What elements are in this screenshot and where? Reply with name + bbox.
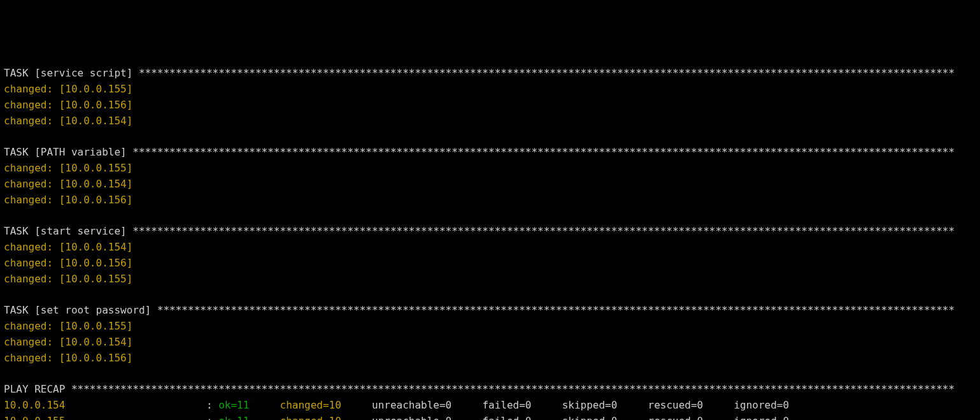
recap-colon: :	[206, 399, 218, 411]
task-result-line: changed: [10.0.0.155]	[4, 82, 976, 98]
task-result-line: changed: [10.0.0.155]	[4, 161, 976, 177]
recap-host: 10.0.0.155	[4, 415, 163, 420]
task-result-text: changed: [10.0.0.156]	[4, 194, 132, 206]
recap-ok: ok=11	[218, 415, 261, 420]
play-recap-stars: ****************************************…	[71, 383, 955, 395]
task-result-line: changed: [10.0.0.154]	[4, 177, 976, 192]
task-result-line: changed: [10.0.0.156]	[4, 351, 976, 366]
recap-ignored: ignored=0	[734, 415, 789, 420]
task-result-text: changed: [10.0.0.155]	[4, 162, 132, 174]
recap-failed: failed=0	[482, 415, 543, 420]
task-result-line: changed: [10.0.0.154]	[4, 240, 976, 256]
task-result-text: changed: [10.0.0.154]	[4, 115, 132, 127]
recap-host: 10.0.0.154	[4, 399, 163, 411]
recap-changed: changed=10	[280, 415, 354, 420]
task-result-text: changed: [10.0.0.154]	[4, 178, 132, 190]
task-result-text: changed: [10.0.0.154]	[4, 241, 132, 253]
recap-changed: changed=10	[280, 399, 354, 411]
task-header: TASK [PATH variable] *******************…	[4, 145, 976, 161]
task-result-text: changed: [10.0.0.156]	[4, 257, 132, 269]
recap-unreachable: unreachable=0	[372, 415, 464, 420]
recap-row: 10.0.0.154 : ok=11 changed=10 unreachabl…	[4, 398, 976, 414]
task-header: TASK [service script] ******************…	[4, 66, 976, 82]
task-header: TASK [set root password] ***************…	[4, 303, 976, 319]
task-result-line: changed: [10.0.0.154]	[4, 335, 976, 351]
recap-skipped: skipped=0	[562, 415, 630, 420]
recap-rescued: rescued=0	[648, 399, 716, 411]
task-result-line: changed: [10.0.0.155]	[4, 272, 976, 287]
recap-ok: ok=11	[218, 399, 261, 411]
recap-rescued: rescued=0	[648, 415, 716, 420]
task-result-text: changed: [10.0.0.154]	[4, 336, 132, 348]
task-result-text: changed: [10.0.0.155]	[4, 320, 132, 332]
task-header-label: TASK [start service]	[4, 225, 132, 237]
recap-failed: failed=0	[482, 399, 543, 411]
recap-unreachable: unreachable=0	[372, 399, 464, 411]
task-header-stars: ****************************************…	[132, 146, 955, 158]
task-result-text: changed: [10.0.0.155]	[4, 273, 132, 285]
task-header-label: TASK [service script]	[4, 67, 139, 79]
task-result-text: changed: [10.0.0.156]	[4, 352, 132, 364]
task-result-text: changed: [10.0.0.155]	[4, 83, 132, 95]
task-result-line: changed: [10.0.0.156]	[4, 256, 976, 272]
task-header-label: TASK [PATH variable]	[4, 146, 132, 158]
play-recap-header: PLAY RECAP *****************************…	[4, 382, 976, 398]
task-header-stars: ****************************************…	[132, 225, 955, 237]
task-header: TASK [start service] *******************…	[4, 224, 976, 240]
task-header-label: TASK [set root password]	[4, 304, 157, 316]
play-recap-label: PLAY RECAP	[4, 383, 71, 395]
task-result-line: changed: [10.0.0.156]	[4, 192, 976, 208]
task-result-line: changed: [10.0.0.154]	[4, 113, 976, 129]
blank-line	[4, 366, 976, 382]
task-header-stars: ****************************************…	[139, 67, 955, 79]
task-header-stars: ****************************************…	[157, 304, 955, 316]
task-result-line: changed: [10.0.0.156]	[4, 98, 976, 113]
task-result-line: changed: [10.0.0.155]	[4, 319, 976, 335]
blank-line	[4, 129, 976, 145]
recap-ignored: ignored=0	[734, 399, 789, 411]
task-result-text: changed: [10.0.0.156]	[4, 99, 132, 111]
blank-line	[4, 208, 976, 224]
recap-row: 10.0.0.155 : ok=11 changed=10 unreachabl…	[4, 414, 976, 420]
recap-skipped: skipped=0	[562, 399, 630, 411]
terminal-output[interactable]: TASK [service script] ******************…	[4, 66, 976, 420]
recap-colon: :	[206, 415, 218, 420]
blank-line	[4, 287, 976, 303]
